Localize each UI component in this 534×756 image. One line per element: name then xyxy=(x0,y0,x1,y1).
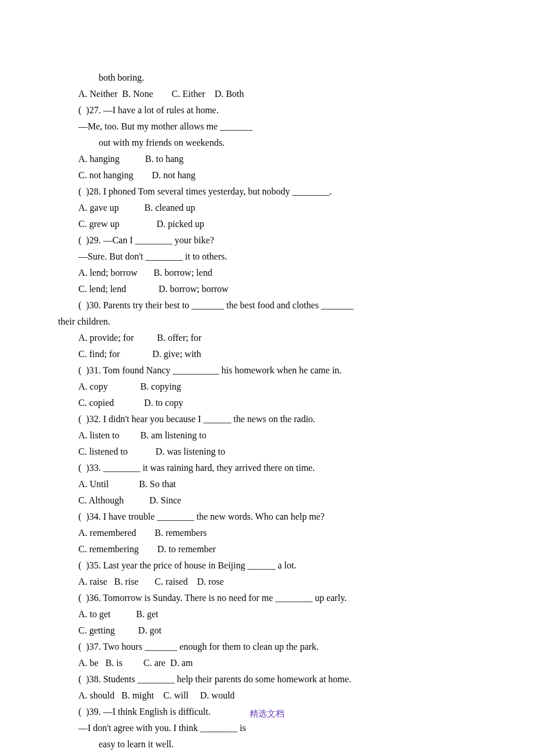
line-11: —Sure. But don't ________ it to others. xyxy=(58,249,476,265)
line-35: ( )37. Two hours _______ enough for them… xyxy=(58,639,476,655)
line-34: C. getting D. got xyxy=(58,622,476,639)
line-38: A. should B. might C. will D. would xyxy=(58,687,476,704)
line-21: ( )32. I didn't hear you because I _____… xyxy=(58,411,476,427)
line-36: A. be B. is C. are D. am xyxy=(58,655,476,671)
line-33: A. to get B. get xyxy=(58,606,476,622)
line-24: ( )33. ________ it was raining hard, the… xyxy=(58,460,476,476)
line-8: A. gave up B. cleaned up xyxy=(58,200,476,216)
line-2: ( )27. —I have a lot of rules at home. xyxy=(58,102,476,118)
line-28: A. remembered B. remembers xyxy=(58,525,476,541)
line-12: A. lend; borrow B. borrow; lend xyxy=(58,265,476,281)
line-7: ( )28. I phoned Tom several times yester… xyxy=(58,183,476,200)
line-14: ( )30. Parents try their best to _______… xyxy=(58,297,476,314)
line-31: A. raise B. rise C. raised D. rose xyxy=(58,574,476,590)
line-30: ( )35. Last year the price of house in B… xyxy=(58,557,476,574)
footer-text: 精选文档 xyxy=(0,706,534,721)
line-0: both boring. xyxy=(58,70,476,86)
line-29: C. remembering D. to remember xyxy=(58,541,476,557)
line-16: A. provide; for B. offer; for xyxy=(58,330,476,346)
line-18: ( )31. Tom found Nancy __________ his ho… xyxy=(58,362,476,379)
line-26: C. Although D. Since xyxy=(58,492,476,509)
line-13: C. lend; lend D. borrow; borrow xyxy=(58,281,476,297)
line-4: out with my friends on weekends. xyxy=(58,135,476,151)
line-3: —Me, too. But my mother allows me ______… xyxy=(58,118,476,135)
line-27: ( )34. I have trouble ________ the new w… xyxy=(58,509,476,525)
line-42: A. this B. that C. it D. which xyxy=(58,753,476,756)
line-9: C. grew up D. picked up xyxy=(58,216,476,232)
line-22: A. listen to B. am listening to xyxy=(58,427,476,444)
line-25: A. Until B. So that xyxy=(58,476,476,492)
line-32: ( )36. Tomorrow is Sunday. There is no n… xyxy=(58,590,476,606)
line-10: ( )29. —Can I ________ your bike? xyxy=(58,232,476,249)
line-6: C. not hanging D. not hang xyxy=(58,167,476,183)
line-40: —I don't agree with you. I think _______… xyxy=(58,720,476,736)
line-37: ( )38. Students ________ help their pare… xyxy=(58,671,476,687)
page-body: both boring.A. Neither B. None C. Either… xyxy=(0,0,534,756)
line-20: C. copied D. to copy xyxy=(58,395,476,411)
line-23: C. listened to D. was listening to xyxy=(58,444,476,460)
line-1: A. Neither B. None C. Either D. Both xyxy=(58,86,476,102)
line-17: C. find; for D. give; with xyxy=(58,346,476,362)
line-41: easy to learn it well. xyxy=(58,736,476,753)
line-15: their children. xyxy=(58,314,476,330)
line-19: A. copy B. copying xyxy=(58,379,476,395)
line-5: A. hanging B. to hang xyxy=(58,151,476,167)
